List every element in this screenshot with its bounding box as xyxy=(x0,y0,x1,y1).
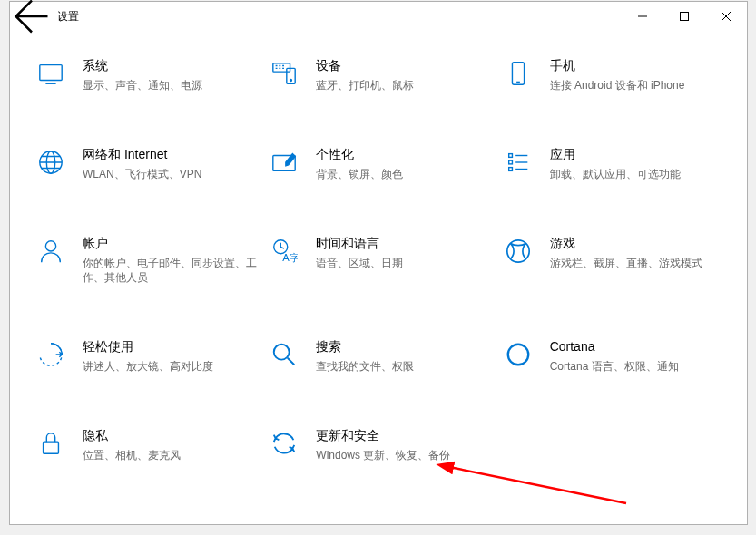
tile-network[interactable]: 网络和 Internet WLAN、飞行模式、VPN xyxy=(35,145,269,181)
gaming-icon xyxy=(503,236,534,267)
phone-icon xyxy=(503,58,534,89)
tile-desc: 你的帐户、电子邮件、同步设置、工作、其他人员 xyxy=(83,256,260,285)
svg-rect-5 xyxy=(512,63,524,84)
tile-label: 时间和语言 xyxy=(316,234,493,252)
tile-label: 隐私 xyxy=(83,426,260,444)
tile-label: 游戏 xyxy=(550,234,727,252)
svg-rect-2 xyxy=(273,63,290,72)
tile-label: 个性化 xyxy=(316,145,493,163)
back-button[interactable] xyxy=(14,2,50,31)
svg-rect-18 xyxy=(44,442,59,453)
titlebar: 设置 xyxy=(10,2,747,31)
svg-point-16 xyxy=(274,345,290,360)
tile-personalization[interactable]: 个性化 背景、锁屏、颜色 xyxy=(269,145,502,181)
time-language-icon: A字 xyxy=(269,236,299,267)
apps-icon xyxy=(503,147,534,178)
search-icon xyxy=(269,339,299,370)
svg-rect-9 xyxy=(508,154,512,158)
system-icon xyxy=(35,58,66,89)
svg-point-12 xyxy=(45,241,55,251)
tile-desc: 显示、声音、通知、电源 xyxy=(83,78,260,92)
svg-rect-10 xyxy=(508,160,512,164)
content-area: 系统 显示、声音、通知、电源 设备 蓝牙、打印机、鼠标 xyxy=(10,31,747,524)
accounts-icon xyxy=(35,236,66,267)
settings-grid: 系统 显示、声音、通知、电源 设备 蓝牙、打印机、鼠标 xyxy=(35,56,736,462)
tile-label: 手机 xyxy=(550,56,727,74)
cortana-icon xyxy=(503,339,534,370)
tile-label: 轻松使用 xyxy=(83,337,260,355)
svg-point-15 xyxy=(506,240,528,262)
tile-desc: WLAN、飞行模式、VPN xyxy=(83,167,260,181)
personalization-icon xyxy=(269,147,299,178)
tile-system[interactable]: 系统 显示、声音、通知、电源 xyxy=(35,56,269,92)
svg-rect-1 xyxy=(40,65,62,81)
tile-ease-of-access[interactable]: 轻松使用 讲述人、放大镜、高对比度 xyxy=(35,337,269,374)
tile-desc: 查找我的文件、权限 xyxy=(316,359,493,374)
tile-label: 更新和安全 xyxy=(316,426,493,444)
tile-accounts[interactable]: 帐户 你的帐户、电子邮件、同步设置、工作、其他人员 xyxy=(35,234,269,285)
tile-desc: 卸载、默认应用、可选功能 xyxy=(550,167,727,181)
close-button[interactable] xyxy=(705,2,747,31)
tile-desc: 背景、锁屏、颜色 xyxy=(316,167,493,181)
tile-cortana[interactable]: Cortana Cortana 语言、权限、通知 xyxy=(503,337,736,374)
tile-desc: Cortana 语言、权限、通知 xyxy=(550,359,727,374)
window-title: 设置 xyxy=(57,9,79,24)
tile-label: 设备 xyxy=(316,56,493,74)
tile-desc: 语音、区域、日期 xyxy=(316,256,493,270)
tile-label: Cortana xyxy=(550,337,727,355)
settings-window: 设置 系统 显示、声音、通知、电源 xyxy=(9,1,748,525)
tile-apps[interactable]: 应用 卸载、默认应用、可选功能 xyxy=(503,145,736,181)
tile-desc: Windows 更新、恢复、备份 xyxy=(316,448,493,462)
tile-devices[interactable]: 设备 蓝牙、打印机、鼠标 xyxy=(269,56,502,92)
minimize-button[interactable] xyxy=(622,2,663,31)
tile-desc: 讲述人、放大镜、高对比度 xyxy=(83,359,260,374)
tile-label: 系统 xyxy=(83,56,260,74)
tile-desc: 游戏栏、截屏、直播、游戏模式 xyxy=(550,256,727,270)
tile-desc: 蓝牙、打印机、鼠标 xyxy=(316,78,493,92)
tile-time-language[interactable]: A字 时间和语言 语音、区域、日期 xyxy=(269,234,502,285)
svg-rect-0 xyxy=(681,13,689,21)
tile-gaming[interactable]: 游戏 游戏栏、截屏、直播、游戏模式 xyxy=(503,234,736,285)
devices-icon xyxy=(269,58,299,89)
ease-of-access-icon xyxy=(35,339,66,370)
svg-text:A字: A字 xyxy=(282,252,298,263)
svg-point-4 xyxy=(290,80,292,82)
tile-desc: 连接 Android 设备和 iPhone xyxy=(550,78,727,92)
tile-privacy[interactable]: 隐私 位置、相机、麦克风 xyxy=(35,426,269,462)
tile-label: 搜索 xyxy=(316,337,493,355)
maximize-button[interactable] xyxy=(663,2,705,31)
svg-point-17 xyxy=(507,345,528,365)
update-security-icon xyxy=(269,428,299,459)
tile-search[interactable]: 搜索 查找我的文件、权限 xyxy=(269,337,502,374)
tile-update-security[interactable]: 更新和安全 Windows 更新、恢复、备份 xyxy=(269,426,502,462)
privacy-icon xyxy=(35,428,66,459)
tile-desc: 位置、相机、麦克风 xyxy=(83,448,260,462)
tile-label: 应用 xyxy=(550,145,727,163)
tile-label: 网络和 Internet xyxy=(83,145,260,163)
svg-rect-11 xyxy=(508,168,512,171)
network-icon xyxy=(35,147,66,178)
tile-label: 帐户 xyxy=(83,234,260,252)
tile-phone[interactable]: 手机 连接 Android 设备和 iPhone xyxy=(503,56,736,92)
